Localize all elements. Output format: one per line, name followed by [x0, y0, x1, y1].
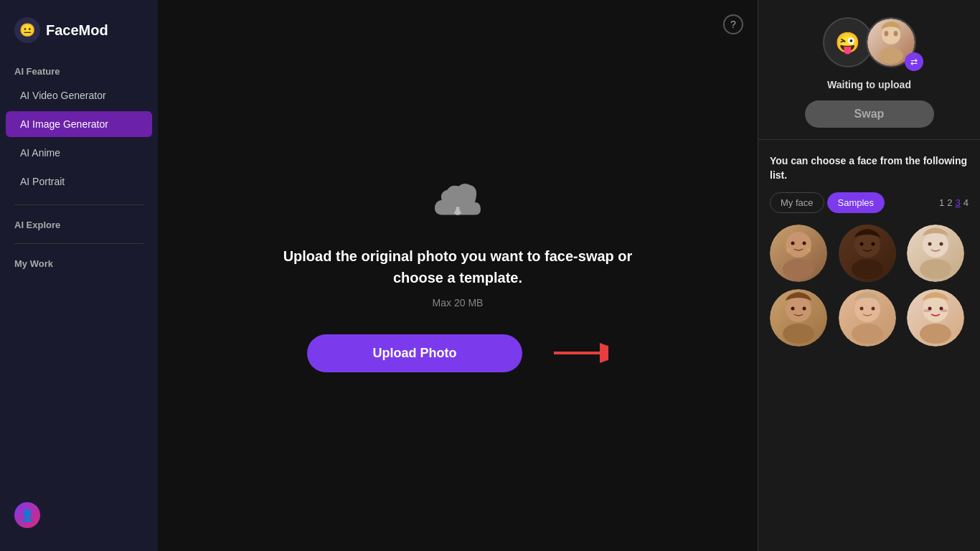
sidebar-divider-2	[14, 243, 143, 244]
waiting-text: Waiting to upload	[827, 79, 911, 90]
upload-btn-row: Upload Photo	[307, 334, 608, 372]
svg-point-26	[803, 307, 806, 311]
face-img-5	[839, 289, 896, 347]
help-icon[interactable]: ?	[723, 14, 743, 34]
face-img-2	[839, 225, 896, 282]
svg-point-9	[786, 232, 811, 258]
face-img-6	[907, 289, 964, 347]
svg-point-20	[920, 259, 951, 279]
page-3[interactable]: 3	[956, 197, 961, 208]
help-question-mark: ?	[730, 19, 736, 30]
logo-text: FaceMod	[46, 22, 108, 39]
arrow-indicator	[551, 339, 608, 367]
logo-icon: 😐	[14, 17, 40, 43]
page-4[interactable]: 4	[963, 197, 969, 208]
svg-point-10	[783, 259, 814, 279]
my-face-tab[interactable]: My face	[770, 192, 824, 213]
face-item-6[interactable]	[907, 289, 964, 347]
user-avatar[interactable]: 👤	[14, 502, 40, 528]
cloud-upload-icon	[429, 179, 486, 225]
face-img-3	[907, 225, 964, 282]
upload-subtitle: Max 20 MB	[433, 297, 484, 309]
svg-point-11	[791, 242, 795, 245]
face-item-2[interactable]	[839, 225, 896, 282]
svg-point-32	[920, 324, 951, 344]
page-2[interactable]: 2	[947, 197, 952, 208]
svg-point-35	[923, 309, 930, 312]
right-panel: 😜 ⇄ Waiting to upload	[758, 0, 980, 551]
svg-point-16	[852, 259, 883, 279]
svg-point-25	[791, 307, 795, 311]
face-list-title: You can choose a face from the following…	[770, 154, 969, 182]
face-grid	[770, 225, 969, 347]
svg-point-19	[923, 232, 948, 258]
upload-title: Upload the original photo you want to fa…	[278, 245, 637, 288]
face-img-1	[770, 225, 827, 282]
sidebar: 😐 FaceMod AI Feature AI Video Generator …	[0, 0, 158, 551]
svg-rect-1	[456, 207, 460, 215]
ai-feature-section-title: AI Feature	[0, 60, 158, 81]
sidebar-item-ai-video-generator[interactable]: AI Video Generator	[6, 83, 152, 108]
svg-point-21	[928, 242, 932, 246]
swap-button[interactable]: Swap	[805, 100, 934, 128]
face-item-4[interactable]	[770, 289, 827, 347]
svg-point-5	[881, 25, 900, 44]
svg-point-31	[923, 296, 948, 322]
face-avatars: 😜 ⇄	[823, 17, 916, 67]
sidebar-item-ai-portrait[interactable]: AI Portrait	[6, 169, 152, 194]
svg-point-13	[786, 248, 791, 253]
sidebar-divider-1	[14, 204, 143, 205]
sidebar-item-ai-anime[interactable]: AI Anime	[6, 140, 152, 166]
svg-point-28	[852, 324, 883, 344]
svg-point-22	[940, 242, 943, 246]
samples-tab[interactable]: Samples	[827, 192, 885, 213]
face-img-4	[770, 289, 827, 347]
sidebar-item-ai-image-generator[interactable]: AI Image Generator	[6, 111, 152, 137]
face-list-section: You can choose a face from the following…	[758, 140, 980, 361]
svg-marker-4	[600, 347, 608, 359]
upload-photo-button[interactable]: Upload Photo	[307, 334, 522, 372]
svg-point-30	[871, 307, 875, 311]
svg-point-23	[786, 296, 811, 322]
svg-point-6	[879, 48, 903, 65]
svg-point-17	[859, 242, 863, 246]
swap-badge-icon: ⇄	[905, 52, 923, 71]
svg-point-29	[859, 307, 863, 311]
face-page-numbers: 1 2 3 4	[939, 197, 969, 208]
face-item-5[interactable]	[839, 289, 896, 347]
svg-point-36	[941, 309, 948, 312]
upload-area: ? Upload the original photo you want to …	[158, 0, 758, 551]
svg-point-8	[893, 31, 897, 37]
svg-point-14	[806, 248, 811, 253]
svg-point-18	[871, 242, 875, 246]
face-item-1[interactable]	[770, 225, 827, 282]
page-1[interactable]: 1	[939, 197, 944, 208]
svg-point-12	[803, 242, 806, 245]
svg-point-7	[884, 31, 888, 37]
my-work-section-title: My Work	[0, 253, 158, 273]
sidebar-footer: 👤	[0, 491, 158, 540]
logo: 😐 FaceMod	[0, 11, 158, 60]
face-item-3[interactable]	[907, 225, 964, 282]
svg-point-24	[783, 324, 814, 344]
ai-explore-section-title: AI Explore	[0, 214, 158, 235]
svg-point-27	[854, 296, 880, 322]
main-content: ? Upload the original photo you want to …	[158, 0, 980, 551]
face-swap-preview: 😜 ⇄ Waiting to upload	[758, 0, 980, 140]
logo-emoji: 😐	[19, 22, 35, 38]
face-tabs: My face Samples 1 2 3 4	[770, 192, 969, 213]
